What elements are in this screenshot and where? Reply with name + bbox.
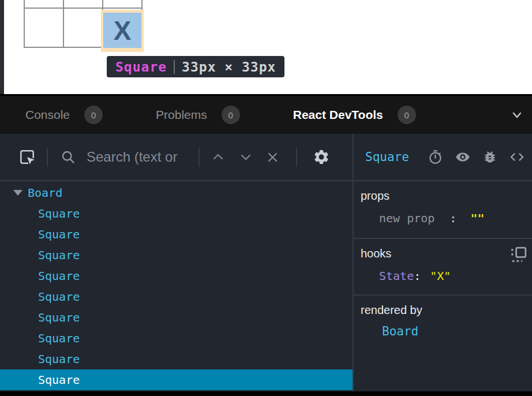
- hook-row: State:"X": [361, 269, 525, 283]
- board-cell[interactable]: [103, 0, 141, 8]
- view-source-button[interactable]: [509, 149, 525, 165]
- board-cell-value: X: [114, 15, 132, 46]
- board-cell[interactable]: [64, 0, 102, 8]
- tab-console[interactable]: Console 0: [25, 106, 103, 124]
- eye-icon: [455, 149, 471, 165]
- close-icon: [267, 152, 278, 163]
- tree-item-label: Square: [38, 311, 80, 324]
- browser-page-preview: X Square 33px × 33px: [0, 0, 532, 94]
- tree-item-label: Board: [28, 186, 62, 200]
- timer-icon: [428, 150, 443, 165]
- tree-row-square[interactable]: Square: [0, 266, 353, 286]
- tab-badge: 0: [398, 106, 416, 124]
- bug-icon: [482, 150, 497, 165]
- toolbar-divider: [198, 147, 200, 167]
- tree-row-square[interactable]: Square: [0, 224, 353, 245]
- debug-button[interactable]: [482, 150, 497, 165]
- tree-row-board[interactable]: Board: [0, 182, 353, 203]
- components-toolbar: [0, 134, 353, 180]
- inspect-tooltip: Square 33px × 33px: [107, 56, 284, 77]
- board-cell[interactable]: [25, 9, 63, 47]
- search-clear-button[interactable]: [267, 152, 278, 163]
- prop-row: new prop:"": [361, 211, 525, 225]
- tree-row-square[interactable]: Square: [0, 307, 353, 328]
- inspect-overlay-padding: X: [101, 10, 144, 52]
- tooltip-dimensions: 33px × 33px: [182, 59, 276, 74]
- tree-item-label: Square: [38, 373, 80, 387]
- tree-item-label: Square: [38, 207, 80, 221]
- tab-badge: 0: [222, 106, 240, 124]
- code-brackets-icon: [509, 149, 525, 165]
- chevron-down-icon: [241, 153, 251, 161]
- inspect-element-icon: [18, 148, 36, 166]
- prop-value-input[interactable]: "": [470, 211, 484, 225]
- tooltip-component-name: Square: [115, 59, 167, 74]
- gear-icon: [313, 148, 330, 166]
- tree-item-label: Square: [38, 269, 80, 283]
- hook-separator: :: [414, 269, 421, 283]
- toolbar-divider: [296, 147, 297, 167]
- search-input[interactable]: [85, 148, 198, 166]
- board-cell[interactable]: [64, 9, 102, 47]
- tree-item-label: Square: [38, 227, 80, 241]
- tree-item-label: Square: [38, 290, 80, 304]
- board-cell[interactable]: [25, 0, 63, 8]
- settings-button[interactable]: [313, 148, 330, 166]
- rendered-by-link[interactable]: Board: [361, 324, 525, 338]
- search-prev-button[interactable]: [213, 153, 223, 161]
- tree-row-square[interactable]: Square: [0, 349, 353, 369]
- inspector-header: Square: [354, 134, 532, 180]
- inspect-overlay-content[interactable]: X: [103, 13, 141, 48]
- toolbar-divider: [47, 147, 48, 167]
- devtools-tab-bar: Console 0 Problems 0 React DevTools 0: [0, 96, 532, 134]
- rendered-by-section: rendered by Board: [354, 294, 532, 391]
- inspect-element-button[interactable]: [18, 148, 36, 166]
- tab-label: Problems: [156, 108, 207, 122]
- hooks-heading: hooks: [361, 247, 525, 260]
- tab-react-devtools[interactable]: React DevTools 0: [293, 106, 416, 124]
- react-devtools-panel: Square: [0, 134, 532, 391]
- inspect-dom-button[interactable]: [455, 149, 471, 165]
- tab-label: React DevTools: [293, 108, 383, 122]
- inspector-pane: props new prop:"" hooks State:"X" render…: [354, 181, 532, 391]
- panel-divider: [353, 134, 354, 391]
- chevron-down-icon: [510, 108, 524, 122]
- selected-component-name: Square: [365, 150, 409, 164]
- window-edge: [0, 0, 4, 94]
- search-icon: [60, 149, 76, 165]
- rendered-by-heading: rendered by: [361, 304, 525, 317]
- tree-row-square[interactable]: Square: [0, 245, 353, 266]
- caret-down-icon[interactable]: [13, 190, 23, 196]
- hook-value-input[interactable]: "X": [430, 269, 451, 283]
- parse-hook-names-icon: [510, 246, 527, 263]
- tab-badge: 0: [84, 106, 103, 124]
- search-next-button[interactable]: [241, 153, 251, 161]
- bottom-bar: [0, 391, 532, 396]
- tree-row-square[interactable]: Square: [0, 203, 353, 224]
- parse-hook-names-button[interactable]: [510, 246, 527, 263]
- tab-problems[interactable]: Problems 0: [156, 106, 240, 124]
- hooks-section: hooks State:"X": [354, 238, 532, 294]
- tree-item-label: Square: [38, 331, 80, 345]
- tooltip-divider: [174, 60, 175, 74]
- tree-row-square[interactable]: Square: [0, 286, 353, 307]
- prop-key-input[interactable]: new prop: [379, 211, 434, 225]
- props-section: props new prop:"": [354, 181, 532, 238]
- chevron-up-icon: [213, 153, 223, 161]
- tab-label: Console: [25, 108, 70, 122]
- component-tree: Board Square Square Square Square Square…: [0, 181, 353, 391]
- props-heading: props: [361, 189, 525, 203]
- tree-item-label: Square: [38, 248, 80, 262]
- hook-key: State: [379, 269, 414, 283]
- collapse-panel-button[interactable]: [510, 108, 524, 122]
- prop-separator: :: [449, 211, 456, 225]
- tree-item-label: Square: [38, 352, 80, 366]
- tree-row-square[interactable]: Square: [0, 328, 353, 349]
- tree-row-square-selected[interactable]: Square: [0, 369, 353, 390]
- suspend-button[interactable]: [428, 150, 443, 165]
